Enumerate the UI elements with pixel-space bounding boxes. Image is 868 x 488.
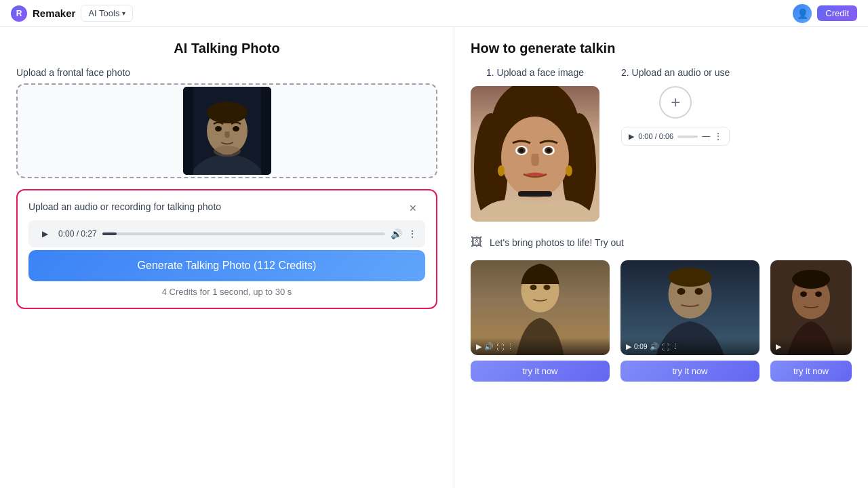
remaker-logo-text: Remaker: [33, 7, 75, 19]
svg-point-5: [215, 126, 222, 131]
ai-tools-button[interactable]: AI Tools ▾: [81, 5, 133, 22]
gallery-item-arnold: ▶ 0:09 🔊 ⛶ ⋮ try it now: [620, 260, 760, 382]
upload-photo-label: Upload a frontal face photo: [16, 67, 437, 78]
volume-button[interactable]: 🔊: [391, 228, 402, 239]
page-title: AI Talking Photo: [16, 41, 437, 56]
gallery-item-third: ▶ try it now: [770, 260, 852, 382]
right-panel: How to generate talkin 1. Upload a face …: [454, 27, 868, 488]
svg-point-24: [566, 165, 572, 176]
audio-player-container: ✕ ▶ 0:00 / 0:27 🔊 ⋮: [28, 220, 425, 247]
header-left: R Remaker AI Tools ▾: [11, 5, 133, 22]
gallery-video-mona-lisa: ▶ 🔊 ⛶ ⋮: [471, 260, 610, 355]
steps-row: 1. Upload a face image: [471, 67, 852, 222]
more-arnold-button[interactable]: ⋮: [672, 342, 679, 351]
gallery-video-arnold: ▶ 0:09 🔊 ⛶ ⋮: [620, 260, 760, 355]
volume-small-button[interactable]: —: [702, 131, 710, 141]
svg-rect-22: [518, 191, 552, 197]
step-1: 1. Upload a face image: [471, 67, 599, 222]
svg-point-33: [695, 288, 703, 295]
audio-small-progress: [677, 136, 698, 138]
svg-point-23: [498, 165, 505, 176]
arnold-video-time: 0:09: [634, 343, 647, 350]
svg-point-37: [800, 291, 807, 297]
audio-player: ▶ 0:00 / 0:27 🔊 ⋮: [28, 220, 425, 247]
gallery-grid: ▶ 🔊 ⛶ ⋮ try it now: [471, 260, 852, 382]
header-right: 👤 Credit: [793, 4, 857, 23]
svg-point-21: [547, 148, 551, 152]
video-overlay-third: ▶: [770, 338, 852, 355]
woman-face-svg: [471, 86, 599, 222]
step1-image: [471, 86, 599, 222]
main-content: AI Talking Photo Upload a frontal face p…: [0, 27, 868, 488]
user-avatar-icon[interactable]: 👤: [793, 4, 812, 23]
volume-mona-lisa-button[interactable]: 🔊: [484, 342, 494, 351]
gallery-label: Let's bring photos to life! Try out: [490, 237, 624, 248]
svg-point-31: [669, 268, 712, 287]
audio-small-time: 0:00 / 0:06: [638, 132, 673, 140]
step-2: 2. Upload an audio or use + ▶ 0:00 / 0:0…: [621, 67, 730, 146]
try-mona-lisa-button[interactable]: try it now: [471, 361, 610, 382]
credit-button[interactable]: Credit: [817, 5, 857, 21]
video-controls-third: ▶: [776, 342, 781, 351]
add-audio-icon[interactable]: +: [659, 86, 692, 119]
svg-point-4: [207, 102, 248, 123]
generate-button[interactable]: Generate Talking Photo (112 Credits): [28, 250, 425, 281]
gallery-divider: 🖼 Let's bring photos to life! Try out: [471, 235, 852, 249]
video-overlay-mona-lisa: ▶ 🔊 ⛶ ⋮: [471, 338, 610, 355]
play-button[interactable]: ▶: [37, 226, 53, 242]
svg-point-6: [233, 126, 239, 131]
gallery-item-mona-lisa: ▶ 🔊 ⛶ ⋮ try it now: [471, 260, 610, 382]
video-overlay-arnold: ▶ 0:09 🔊 ⛶ ⋮: [620, 338, 760, 355]
chevron-down-icon: ▾: [122, 9, 125, 17]
more-small-button[interactable]: ⋮: [714, 131, 722, 141]
photo-upload-area[interactable]: [16, 83, 437, 178]
audio-upload-area: Upload an audio or recording for talking…: [16, 189, 437, 309]
uploaded-face-photo: [183, 87, 271, 175]
gallery-icon: 🖼: [471, 235, 483, 249]
play-small-button[interactable]: ▶: [629, 132, 634, 141]
ai-tools-label: AI Tools: [88, 8, 119, 18]
left-panel: AI Talking Photo Upload a frontal face p…: [0, 27, 454, 488]
step2-label: 2. Upload an audio or use: [621, 67, 730, 78]
more-options-button[interactable]: ⋮: [408, 228, 417, 239]
gallery-video-third: ▶: [770, 260, 852, 355]
step1-label: 1. Upload a face image: [486, 67, 584, 78]
fullscreen-arnold-button[interactable]: ⛶: [662, 343, 669, 351]
more-mona-lisa-button[interactable]: ⋮: [507, 342, 514, 351]
play-third-button[interactable]: ▶: [776, 342, 781, 351]
close-audio-button[interactable]: ✕: [406, 201, 420, 215]
svg-point-18: [519, 148, 524, 152]
svg-point-28: [544, 285, 551, 290]
audio-progress-bar[interactable]: [102, 232, 385, 235]
volume-arnold-button[interactable]: 🔊: [650, 342, 659, 351]
video-controls-arnold: ▶ 0:09 🔊 ⛶ ⋮: [626, 342, 679, 351]
svg-rect-8: [183, 87, 193, 175]
svg-rect-9: [261, 87, 271, 175]
audio-time-display: 0:00 / 0:27: [58, 229, 97, 239]
try-arnold-button[interactable]: try it now: [620, 361, 760, 382]
svg-point-36: [792, 270, 830, 289]
audio-upload-label: Upload an audio or recording for talking…: [28, 201, 425, 212]
credits-info: 4 Credits for 1 second, up to 30 s: [28, 287, 425, 297]
face-svg: [183, 87, 271, 175]
fullscreen-mona-lisa-button[interactable]: ⛶: [496, 343, 504, 351]
remaker-logo-icon: R: [11, 5, 27, 22]
svg-point-38: [815, 291, 822, 297]
svg-point-32: [677, 288, 686, 295]
svg-point-7: [214, 146, 241, 157]
audio-player-small: ▶ 0:00 / 0:06 — ⋮: [621, 127, 730, 146]
video-controls-mona-lisa: ▶ 🔊 ⛶ ⋮: [476, 342, 514, 351]
header: R Remaker AI Tools ▾ 👤 Credit: [0, 0, 868, 27]
svg-point-27: [530, 285, 537, 290]
play-arnold-button[interactable]: ▶: [626, 342, 631, 351]
play-mona-lisa-button[interactable]: ▶: [476, 342, 481, 351]
how-to-title: How to generate talkin: [471, 41, 852, 56]
audio-progress-fill: [102, 232, 117, 235]
try-third-button[interactable]: try it now: [770, 361, 852, 382]
